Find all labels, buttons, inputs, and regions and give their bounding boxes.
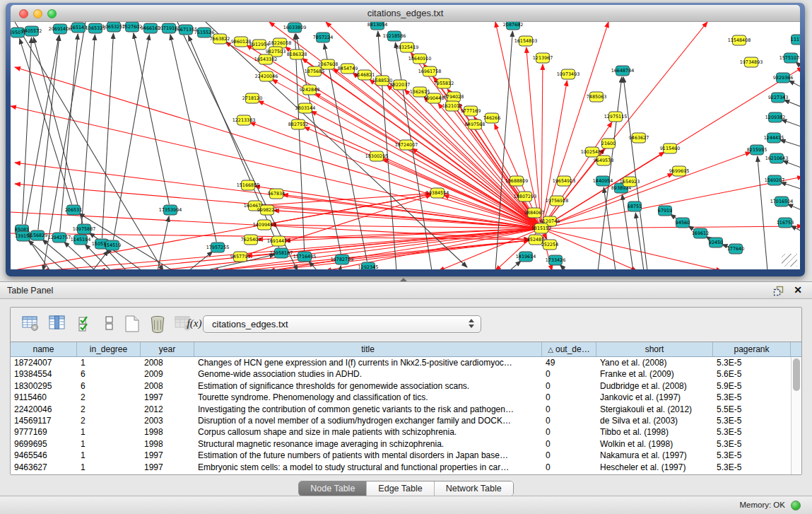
graph-node[interactable]: 8215955 xyxy=(747,145,767,155)
graph-node[interactable]: 154519 xyxy=(104,240,121,250)
graph-node[interactable]: 16914479 xyxy=(267,236,290,246)
graph-node[interactable]: 17957255 xyxy=(206,243,230,252)
graph-node[interactable]: 6497568 xyxy=(465,119,485,129)
graph-node[interactable]: 19384554 xyxy=(426,188,449,198)
column-header-in-degree[interactable]: in_degree xyxy=(77,342,141,356)
tab-edge-table[interactable]: Edge Table xyxy=(367,481,434,496)
graph-node[interactable]: 19218586 xyxy=(383,31,406,41)
graph-node[interactable]: 20691406 xyxy=(49,24,72,34)
graph-node[interactable]: 10975887 xyxy=(73,224,96,234)
graph-node[interactable]: 9242848 xyxy=(300,85,319,95)
scrollbar-thumb[interactable] xyxy=(793,358,800,391)
column-header-pagerank[interactable]: pagerank xyxy=(713,342,791,356)
graph-node[interactable]: 8912954 xyxy=(249,40,269,49)
graph-node[interactable]: 206531 xyxy=(65,205,82,215)
graph-node[interactable]: 7485063 xyxy=(587,92,606,102)
graph-node[interactable]: 8827552 xyxy=(288,119,308,129)
graph-node[interactable]: 16961758 xyxy=(418,66,442,76)
graph-node[interactable]: 8813054 xyxy=(367,22,387,30)
tab-node-table[interactable]: Node Table xyxy=(299,481,367,496)
graph-node[interactable]: 2087682 xyxy=(503,22,523,30)
graph-node[interactable]: 16033809 xyxy=(283,23,307,33)
table-row[interactable]: 977716911998Corpus callosum shape and si… xyxy=(11,426,791,438)
table-row[interactable]: 1830029562008Estimation of significance … xyxy=(11,380,791,392)
table-selector-dropdown[interactable]: citations_edges.txt xyxy=(203,315,481,333)
table-settings-icon[interactable] xyxy=(20,314,40,335)
graph-node[interactable]: 11175 xyxy=(791,35,800,45)
graph-node[interactable]: 116753 xyxy=(777,218,794,228)
graph-node[interactable]: 15751074 xyxy=(779,53,800,63)
table-scrollbar[interactable] xyxy=(791,357,801,474)
graph-node[interactable]: 1621012 xyxy=(442,101,462,111)
column-header-year[interactable]: year xyxy=(141,342,194,356)
graph-node[interactable]: 1209382 xyxy=(765,112,785,122)
close-panel-icon[interactable]: ✕ xyxy=(794,284,802,296)
graph-node[interactable]: 15166855 xyxy=(237,180,260,190)
window-titlebar[interactable]: citations_edges.txt xyxy=(11,5,800,22)
column-header-name[interactable]: name xyxy=(11,342,77,356)
column-header-title[interactable]: title xyxy=(194,342,542,356)
tab-network-table[interactable]: Network Table xyxy=(435,481,513,496)
table-row[interactable]: 1938455462009Genome-wide association stu… xyxy=(11,368,791,380)
show-columns-icon[interactable] xyxy=(47,314,67,335)
graph-node[interactable]: 169612 xyxy=(692,228,709,238)
graph-node[interactable]: 7857224 xyxy=(313,33,333,42)
graph-node[interactable]: 10973493 xyxy=(557,69,580,79)
graph-node[interactable]: 1244415 xyxy=(764,133,784,143)
graph-node[interactable]: 9463627 xyxy=(629,133,649,143)
window-resize-grip[interactable] xyxy=(782,254,797,267)
graph-node[interactable]: 12213383 xyxy=(233,115,256,125)
graph-node[interactable]: 68751 xyxy=(628,201,642,211)
graph-node[interactable]: 21600 xyxy=(601,139,616,148)
graph-node[interactable]: 252254 xyxy=(541,240,558,250)
graph-node[interactable]: 8822037 xyxy=(390,80,410,90)
graph-node[interactable]: 8186328 xyxy=(287,49,307,59)
graph-node[interactable]: 16210643 xyxy=(765,153,789,163)
graph-node[interactable]: 746266 xyxy=(483,113,500,123)
graph-node[interactable]: 18724007 xyxy=(395,140,418,150)
graph-node[interactable]: 22420046 xyxy=(255,71,278,81)
graph-node[interactable]: 1440954 xyxy=(593,176,613,186)
new-table-icon[interactable] xyxy=(122,314,142,335)
float-panel-icon[interactable] xyxy=(773,286,784,296)
graph-node[interactable]: 165143 xyxy=(70,23,87,33)
memory-status-icon[interactable] xyxy=(791,501,801,510)
graph-node[interactable]: 67919 xyxy=(658,206,672,216)
select-rows-icon[interactable] xyxy=(76,314,95,335)
table-row[interactable]: 946554611997Estimation of the future num… xyxy=(11,450,791,461)
graph-node[interactable]: 14099469 xyxy=(253,220,276,230)
network-canvas[interactable]: 1950732405572206914061651431065325106532… xyxy=(11,22,800,269)
graph-node[interactable]: 94560 xyxy=(676,218,690,228)
table-row[interactable]: 946362711997Embryonic stem cells: a mode… xyxy=(11,462,791,473)
graph-node[interactable]: 1527602 xyxy=(122,22,142,32)
graph-node[interactable]: 9699695 xyxy=(669,166,689,176)
column-header-out-de-[interactable]: △out_de… xyxy=(542,342,596,356)
table-row[interactable]: 969969511998Structural magnetic resonanc… xyxy=(11,438,791,450)
graph-node[interactable]: 1145194 xyxy=(71,235,90,245)
graph-node[interactable]: 567834 xyxy=(268,189,285,199)
table-row[interactable]: 1872400712008Changes of HCN gene express… xyxy=(11,357,791,368)
table-row[interactable]: 2242004622012Investigating the contribut… xyxy=(11,404,791,415)
graph-node[interactable]: 1419614 xyxy=(516,252,536,262)
delete-rows-icon[interactable] xyxy=(148,314,167,335)
graph-node[interactable]: 12975115 xyxy=(604,112,628,122)
graph-node[interactable]: 16154803 xyxy=(514,36,538,46)
graph-node[interactable]: 11548408 xyxy=(728,35,751,45)
graph-edge xyxy=(81,35,95,234)
graph-node[interactable]: 18640910 xyxy=(408,54,432,64)
graph-node[interactable]: 1292345 xyxy=(358,262,378,269)
graph-node[interactable]: 9227343 xyxy=(768,93,788,103)
graph-node[interactable]: 92450 xyxy=(709,238,723,247)
graph-node[interactable]: 9860128 xyxy=(231,37,251,47)
table-row[interactable]: 1456911722003Disruption of a novel membe… xyxy=(11,415,791,426)
table-row[interactable]: 911546021997Tourette syndrome. Phenomeno… xyxy=(11,392,791,403)
graph-node[interactable]: 9777169 xyxy=(461,106,481,116)
graph-node[interactable]: 16648784 xyxy=(611,66,635,76)
column-header-short[interactable]: short xyxy=(596,342,713,356)
graph-node[interactable]: 1213967 xyxy=(533,53,553,63)
row-height-icon[interactable] xyxy=(100,314,119,335)
graph-node[interactable]: 18325419 xyxy=(396,42,419,52)
graph-node[interactable]: 19734893 xyxy=(740,57,763,67)
graph-node[interactable]: 177640 xyxy=(727,244,744,254)
graph-node[interactable]: 17353994 xyxy=(159,205,182,215)
